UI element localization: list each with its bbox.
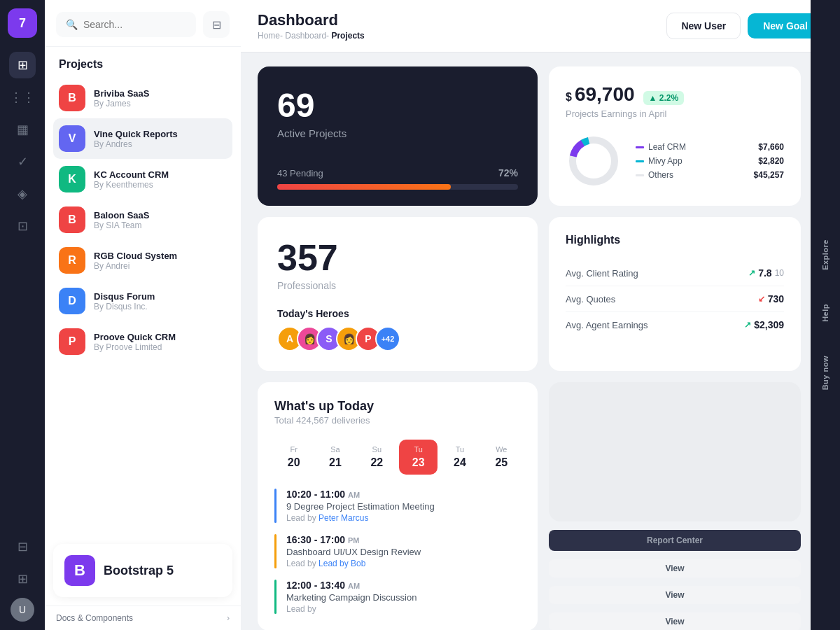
breadcrumb: Home- Dashboard- Projects [258, 31, 365, 41]
event-lead-link[interactable]: Peter Marcus [318, 513, 368, 523]
active-projects-bottom: 43 Pending 72% [277, 167, 518, 178]
highlight-label: Avg. Quotes [566, 294, 615, 304]
project-info: Briviba SaaS By James [94, 88, 227, 108]
event-name: Marketing Campaign Discussion [286, 592, 521, 603]
chart-icon[interactable]: ▦ [9, 116, 36, 143]
project-name: Briviba SaaS [94, 88, 227, 99]
event-lead: Lead by [286, 604, 521, 614]
project-info: RGB Cloud System By Andrei [94, 251, 227, 271]
event-lead-link[interactable]: Lead by Bob [318, 559, 365, 568]
calendar-day[interactable]: Su 22 [358, 440, 396, 475]
search-input[interactable] [83, 19, 186, 30]
project-info: KC Account CRM By Keenthemes [94, 169, 227, 190]
right-panel-tab[interactable]: Help [811, 287, 840, 339]
report-center-button[interactable]: Report Center [549, 530, 801, 551]
donut-row: Leaf CRM $7,660 Mivy App $2,820 Others $… [566, 133, 784, 189]
right-panel-tab-label: Explore [821, 239, 830, 270]
project-item[interactable]: B Baloon SaaS By SIA Team [53, 200, 232, 240]
event-time: 12:00 - 13:40 AM [286, 580, 521, 591]
day-num: 23 [403, 456, 433, 469]
highlight-row: Avg. Agent Earnings ↗ $2,309 [566, 312, 784, 337]
day-name: Tu [403, 445, 433, 454]
bootstrap-banner[interactable]: B Bootstrap 5 [53, 544, 232, 597]
highlight-label: Avg. Agent Earnings [566, 320, 648, 330]
placeholder-card [549, 382, 801, 522]
project-item[interactable]: V Vine Quick Reports By Andres [53, 118, 232, 159]
event-time: 16:30 - 17:00 PM [286, 534, 521, 545]
project-logo: D [59, 288, 85, 314]
project-item[interactable]: D Disqus Forum By Disqus Inc. [53, 281, 232, 321]
professionals-count: 357 [277, 237, 518, 279]
highlight-row: Avg. Client Rating ↗ 7.8 10 [566, 260, 784, 286]
day-name: We [486, 445, 517, 454]
new-user-button[interactable]: New User [666, 13, 741, 39]
view-button-1[interactable]: View [549, 559, 801, 578]
filter-button[interactable]: ⊟ [203, 11, 230, 38]
project-name: Vine Quick Reports [94, 129, 227, 139]
pending-label: 43 Pending [277, 168, 323, 178]
project-name: Proove Quick CRM [94, 332, 227, 342]
view-button-3[interactable]: View [549, 612, 801, 630]
calendar-day[interactable]: Fr 20 [274, 440, 313, 475]
icon-rail: 7 ⊞ ⋮⋮ ▦ ✓ ◈ ⊡ ⊟ ⊞ U [0, 0, 45, 630]
page-title: Dashboard [258, 11, 365, 29]
highlight-row: Avg. Quotes ↙ 730 [566, 286, 784, 312]
right-panel: ExploreHelpBuy now [811, 0, 840, 630]
project-logo: V [59, 125, 85, 152]
check-icon[interactable]: ✓ [9, 148, 36, 175]
day-name: Su [362, 445, 392, 454]
legend-dot [636, 160, 644, 162]
calendar-day[interactable]: We 25 [482, 440, 521, 475]
event-bar [274, 534, 276, 568]
legend-item: Mivy App $2,820 [636, 156, 784, 166]
project-name: KC Account CRM [94, 169, 227, 180]
project-item[interactable]: P Proove Quick CRM By Proove Limited [53, 321, 232, 362]
legend-dot [636, 174, 644, 176]
legend-name: Others [648, 170, 673, 180]
highlight-label: Avg. Client Rating [566, 268, 638, 279]
right-panel-tab-label: Help [821, 304, 830, 322]
project-by: By Andrei [94, 261, 227, 271]
calendar-day[interactable]: Tu 23 [399, 440, 438, 475]
project-name: Baloon SaaS [94, 210, 227, 220]
project-by: By SIA Team [94, 220, 227, 230]
event-item: 12:00 - 13:40 AM Marketing Campaign Disc… [274, 580, 521, 614]
view-button-2[interactable]: View [549, 586, 801, 604]
project-logo: B [59, 206, 85, 233]
highlights-title: Highlights [566, 234, 784, 246]
search-box[interactable]: 🔍 [56, 12, 196, 37]
project-item[interactable]: K KC Account CRM By Keenthemes [53, 159, 232, 200]
project-info: Proove Quick CRM By Proove Limited [94, 332, 227, 352]
project-item[interactable]: R RGB Cloud System By Andrei [53, 240, 232, 281]
project-list: B Briviba SaaS By James V Vine Quick Rep… [45, 78, 241, 536]
project-logo: K [59, 166, 85, 192]
breadcrumb-active: Projects [331, 31, 364, 41]
settings-icon[interactable]: ⊟ [9, 533, 36, 560]
right-panel-tab[interactable]: Buy now [811, 339, 840, 407]
user-avatar[interactable]: U [10, 598, 34, 622]
hero-more: +42 [375, 326, 400, 351]
project-item[interactable]: B Briviba SaaS By James [53, 78, 232, 118]
grid-icon[interactable]: ⋮⋮ [9, 84, 36, 111]
docs-link[interactable]: Docs & Components [56, 613, 133, 623]
event-content: 16:30 - 17:00 PM Dashboard UI/UX Design … [286, 534, 521, 568]
professionals-label: Professionals [277, 280, 518, 291]
project-by: By Proove Limited [94, 342, 227, 352]
event-ampm: AM [348, 582, 360, 590]
day-name: Fr [279, 445, 309, 454]
menu-icon[interactable]: ⊞ [9, 566, 36, 592]
project-by: By Keenthemes [94, 180, 227, 190]
sidebar-header: 🔍 ⊟ [45, 0, 241, 47]
earnings-amount: $ 69,700 ▲ 2.2% [566, 83, 784, 106]
briefcase-icon[interactable]: ⊡ [9, 213, 36, 239]
event-content: 12:00 - 13:40 AM Marketing Campaign Disc… [286, 580, 521, 614]
highlights-list: Avg. Client Rating ↗ 7.8 10 Avg. Quotes … [566, 260, 784, 337]
topbar-actions: New User New Goal [666, 13, 823, 39]
calendar-day[interactable]: Tu 24 [440, 440, 479, 475]
calendar-day[interactable]: Sa 21 [316, 440, 354, 475]
layers-icon[interactable]: ◈ [9, 181, 36, 207]
right-panel-tab[interactable]: Explore [811, 223, 840, 287]
active-projects-label: Active Projects [277, 127, 518, 139]
legend-dot [636, 146, 644, 148]
dashboard-icon[interactable]: ⊞ [9, 52, 36, 78]
